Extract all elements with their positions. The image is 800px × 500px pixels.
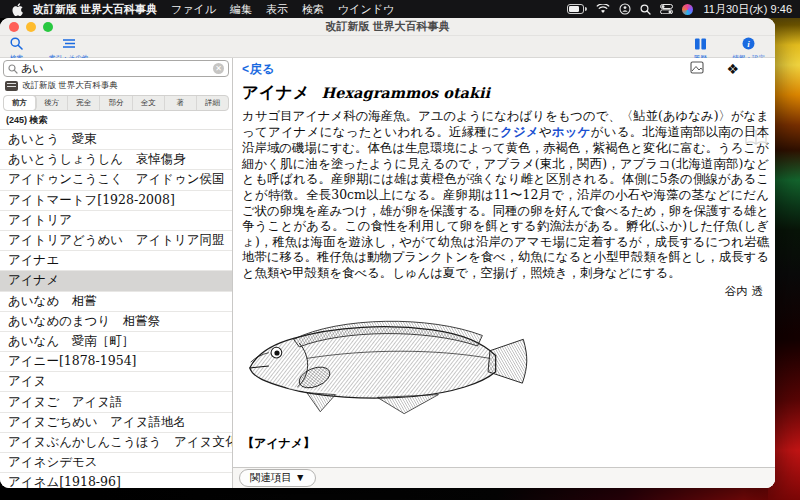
related-items-button[interactable]: 関連項目 ▼ xyxy=(239,469,316,487)
control-center-icon[interactable] xyxy=(660,4,673,14)
toolbar: 検索 索引・その他 履歴 i 情報・設定 xyxy=(0,36,775,58)
menubar-menu[interactable]: 表示 xyxy=(266,2,288,17)
menubar-menus: ファイル編集表示検索ウインドウ xyxy=(171,2,408,17)
menubar-menu[interactable]: ウインドウ xyxy=(338,2,394,17)
fish-illustration xyxy=(244,303,769,433)
search-mode-tab[interactable]: 完全 xyxy=(68,96,100,110)
article-title-row: アイナメ Hexagrammos otakii xyxy=(242,82,769,104)
search-mode-tabs: 前方後方完全部分全文著詳細 xyxy=(3,95,229,111)
app-window: 改訂新版 世界大百科事典 検索 索引・その他 履歴 i xyxy=(0,18,775,488)
article-body: カサゴ目アイナメ科の海産魚。アユのようになわばりをもつので、〈鮎並(あゆなみ)〉… xyxy=(242,108,769,281)
list-item[interactable]: アイトリアどうめい アイトリア同盟 xyxy=(0,231,232,251)
info-icon: i xyxy=(742,36,755,54)
list-item[interactable]: あいなん 愛南［町］ xyxy=(0,332,232,352)
dictionary-name: 改訂新版 世界大百科事典 xyxy=(22,80,118,92)
dictionary-selector[interactable]: 改訂新版 世界大百科事典 xyxy=(0,79,232,94)
menubar-app-name[interactable]: 改訂新版 世界大百科事典 xyxy=(33,2,157,17)
history-icon xyxy=(694,36,707,54)
search-mode-tab[interactable]: 前方 xyxy=(4,96,36,110)
list-item[interactable]: アイネム[1918-96] xyxy=(0,473,232,488)
list-item[interactable]: あいなめのまつり 相嘗祭 xyxy=(0,312,232,332)
back-label: 戻る xyxy=(250,61,274,78)
header-icons: ❖ xyxy=(690,60,767,78)
list-item[interactable]: アイトマートフ[1928-2008] xyxy=(0,191,232,211)
battery-icon[interactable] xyxy=(567,4,587,14)
menubar-menu[interactable]: 編集 xyxy=(230,2,252,17)
zoom-button[interactable] xyxy=(43,22,53,32)
list-item[interactable]: アイナメ xyxy=(0,271,232,291)
apple-menu-icon[interactable] xyxy=(12,3,23,16)
menubar: 改訂新版 世界大百科事典 ファイル編集表示検索ウインドウ 11月30日(水) 9… xyxy=(0,0,800,18)
list-item[interactable]: アイヌご アイヌ語 xyxy=(0,392,232,412)
window-title: 改訂新版 世界大百科事典 xyxy=(0,19,775,34)
link-kujime[interactable]: クジメ xyxy=(500,125,539,139)
spotlight-icon[interactable] xyxy=(640,4,651,15)
list-item[interactable]: アイトリア xyxy=(0,211,232,231)
wifi-icon[interactable] xyxy=(596,4,610,14)
list-item[interactable]: あいとう 愛東 xyxy=(0,130,232,150)
list-item[interactable]: アイドゥンこうこく アイドゥン侯国 xyxy=(0,170,232,190)
article: アイナメ Hexagrammos otakii カサゴ目アイナメ科の海産魚。アユ… xyxy=(233,78,775,467)
content-footer: 関連項目 ▼ xyxy=(233,467,775,488)
search-mode-tab[interactable]: 全文 xyxy=(133,96,165,110)
jump-icon[interactable]: ❖ xyxy=(726,62,739,76)
list-item[interactable]: アイネシデモス xyxy=(0,453,232,473)
list-item[interactable]: あいなめ 相嘗 xyxy=(0,292,232,312)
index-list-icon xyxy=(62,36,76,54)
entry-list: あいとう 愛東あいとうしょうしん 哀悼傷身アイドゥンこうこく アイドゥン侯国アイ… xyxy=(0,130,232,488)
search-icon xyxy=(10,36,23,54)
list-item[interactable]: アイニー[1878-1954] xyxy=(0,352,232,372)
book-overlay-icon[interactable] xyxy=(745,128,767,150)
siri-icon[interactable] xyxy=(682,4,693,15)
clear-search-icon[interactable]: ✕ xyxy=(213,63,224,74)
author-name: 谷内 透 xyxy=(242,284,763,299)
menubar-clock[interactable]: 11月30日(水) 9:46 xyxy=(704,2,792,17)
body-segment: や xyxy=(539,124,552,139)
back-button[interactable]: <戻る xyxy=(242,61,274,78)
search-mode-tab[interactable]: 詳細 xyxy=(197,96,228,110)
list-item[interactable]: アイヌぶんかしんこうほう アイヌ文化振興法 xyxy=(0,433,232,453)
list-item[interactable]: アイヌごちめい アイヌ語地名 xyxy=(0,413,232,433)
content-header: <戻る ❖ xyxy=(233,58,775,78)
result-count: (245) 検索 xyxy=(0,111,232,130)
minimize-button[interactable] xyxy=(26,22,36,32)
window-controls xyxy=(9,22,53,32)
list-item[interactable]: アイナエ xyxy=(0,251,232,271)
search-row: ✕ xyxy=(0,58,232,79)
list-item[interactable]: アイヌ xyxy=(0,372,232,392)
link-hokke[interactable]: ホッケ xyxy=(552,125,591,139)
search-input[interactable] xyxy=(21,63,213,75)
menubar-status-area: 11月30日(水) 9:46 xyxy=(567,2,800,17)
content-pane: <戻る ❖ アイナメ Hexagrammos otakii カサゴ目アイナメ xyxy=(233,58,775,488)
search-mode-tab[interactable]: 部分 xyxy=(100,96,132,110)
window-titlebar: 改訂新版 世界大百科事典 xyxy=(0,18,775,36)
back-chevron-icon: < xyxy=(242,62,249,76)
figure-caption: 【アイナメ】 xyxy=(242,435,769,452)
dictionary-icon xyxy=(5,81,18,91)
article-title: アイナメ xyxy=(242,82,310,104)
body-segment: がいる。北海道南部以南の日本沿岸域の磯場にすむ。体色は生息環境によって黄色，赤褐… xyxy=(242,124,769,280)
search-mode-tab[interactable]: 著 xyxy=(165,96,197,110)
shortcuts-icon[interactable] xyxy=(619,3,631,15)
menubar-menu[interactable]: 検索 xyxy=(302,2,324,17)
figure-view-icon[interactable] xyxy=(690,60,704,78)
sidebar: ✕ 改訂新版 世界大百科事典 前方後方完全部分全文著詳細 (245) 検索 あい… xyxy=(0,58,233,488)
search-field[interactable]: ✕ xyxy=(3,60,229,77)
close-button[interactable] xyxy=(9,22,19,32)
search-mode-tab[interactable]: 後方 xyxy=(36,96,68,110)
article-latin-name: Hexagrammos otakii xyxy=(322,84,491,101)
menubar-menu[interactable]: ファイル xyxy=(171,2,216,17)
search-field-icon xyxy=(8,60,18,78)
list-item[interactable]: あいとうしょうしん 哀悼傷身 xyxy=(0,150,232,170)
